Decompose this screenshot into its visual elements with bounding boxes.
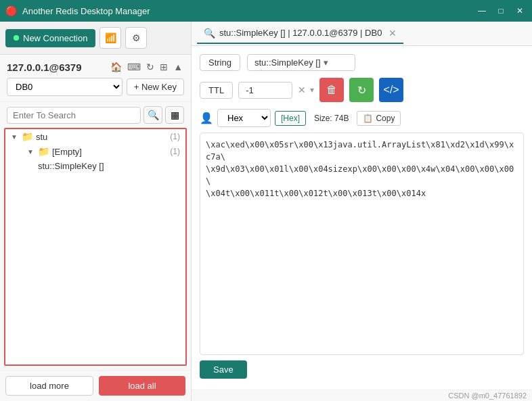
server-name: 127.0.0.1@6379 (7, 62, 82, 73)
app-icon: 🔴 (5, 5, 17, 16)
ttl-actions: ✕ ▾ (298, 85, 314, 95)
tree-label-stu: stu (36, 132, 47, 142)
size-badge: Size: 74B (310, 112, 353, 125)
key-tree: ▼ 📁 stu (1) ▼ 📁 [Empty] (1) (4, 128, 187, 366)
reload-icon-button[interactable]: ↻ (145, 60, 156, 74)
load-all-button[interactable]: load all (99, 376, 185, 396)
maximize-button[interactable]: □ (494, 4, 508, 18)
tab-simplekey[interactable]: 🔍 stu::SimpleKey [] | 127.0.0.1@6379 | D… (197, 24, 403, 44)
tab-bar: 🔍 stu::SimpleKey [] | 127.0.0.1@6379 | D… (192, 22, 532, 46)
settings-icon-button[interactable]: ⚙ (125, 27, 147, 49)
new-connection-label: New Connection (23, 33, 87, 43)
person-icon: 👤 (200, 112, 213, 124)
minimize-button[interactable]: — (475, 4, 489, 18)
grid-icon-button[interactable]: ⊞ (158, 60, 169, 74)
server-actions: 🏠 ⌨ ↻ ⊞ ▲ (109, 60, 184, 74)
value-textarea[interactable]: \xac\xed\x00\x05sr\x00\x13java.util.Arra… (200, 133, 524, 355)
save-row: Save (200, 355, 524, 381)
tab-label: stu::SimpleKey [] | 127.0.0.1@6379 | DB0 (219, 28, 382, 38)
load-more-button[interactable]: load more (5, 376, 93, 396)
refresh-icon-button[interactable]: 📶 (99, 27, 121, 49)
hex-row: 👤 Hex Binary JSON [Hex] Size: 74B 📋 Copy (200, 109, 524, 127)
server-header: 127.0.0.1@6379 🏠 ⌨ ↻ ⊞ ▲ (7, 60, 184, 74)
key-dropdown-arrow: ▾ (324, 57, 328, 68)
search-row: 🔍 ▦ (0, 102, 191, 128)
tab-close-button[interactable]: ✕ (389, 28, 397, 39)
folder-icon-stu: 📁 (22, 131, 33, 142)
search-icon: 🔍 (148, 110, 159, 120)
copy-button[interactable]: 📋 Copy (357, 111, 401, 126)
refresh-icon: ↻ (357, 84, 366, 97)
key-name-box: stu::SimpleKey [] ▾ (247, 54, 355, 71)
format-select[interactable]: Hex Binary JSON (217, 109, 271, 127)
close-button[interactable]: ✕ (513, 4, 527, 18)
copy-icon: 📋 (363, 114, 373, 123)
server-section: 127.0.0.1@6379 🏠 ⌨ ↻ ⊞ ▲ DB0 DB1 DB2 + N… (0, 55, 191, 102)
key-name-label: stu::SimpleKey [] (38, 161, 104, 171)
folder-icon-empty: 📁 (38, 146, 49, 157)
db-select[interactable]: DB0 DB1 DB2 (7, 78, 123, 96)
hex-badge[interactable]: [Hex] (275, 111, 306, 126)
main-content: 🔍 stu::SimpleKey [] | 127.0.0.1@6379 | D… (192, 22, 532, 401)
load-row: load more load all (0, 370, 191, 401)
ttl-label: TTL (200, 82, 233, 99)
titlebar: 🔴 Another Redis Desktop Manager — □ ✕ (0, 0, 532, 22)
type-label: String (200, 54, 240, 71)
connection-dot (14, 35, 19, 41)
tree-leaf-simplekey[interactable]: stu::SimpleKey [] (5, 159, 185, 173)
terminal-icon-button[interactable]: ⌨ (126, 60, 142, 74)
ttl-row: TTL -1 ✕ ▾ 🗑 ↻ </> (200, 78, 524, 102)
search-button[interactable]: 🔍 (143, 106, 162, 124)
expand-arrow-stu: ▼ (11, 133, 18, 141)
tree-count-empty: (1) (170, 147, 180, 156)
search-input[interactable] (7, 107, 141, 124)
delete-button[interactable]: 🗑 (319, 78, 344, 102)
expand-arrow-empty: ▼ (27, 148, 34, 156)
filter-button[interactable]: ▦ (165, 106, 184, 124)
new-key-button[interactable]: + New Key (127, 78, 184, 95)
wifi-icon: 📶 (105, 32, 116, 43)
refresh-button[interactable]: ↻ (349, 78, 374, 102)
tab-icon: 🔍 (204, 28, 215, 39)
filter-icon: ▦ (171, 110, 179, 120)
app-body: New Connection 📶 ⚙ 127.0.0.1@6379 🏠 ⌨ ↻ … (0, 22, 532, 401)
tree-item-stu[interactable]: ▼ 📁 stu (1) (5, 129, 185, 144)
ttl-clear-icon[interactable]: ✕ (298, 85, 306, 95)
sidebar-toolbar: New Connection 📶 ⚙ (0, 22, 191, 55)
db-row: DB0 DB1 DB2 + New Key (7, 78, 184, 96)
key-name-value: stu::SimpleKey [] (254, 57, 321, 68)
home-icon-button[interactable]: 🏠 (109, 60, 123, 74)
ttl-value: -1 (238, 82, 292, 99)
collapse-icon-button[interactable]: ▲ (172, 60, 184, 74)
settings-icon: ⚙ (132, 32, 141, 43)
ttl-down-icon[interactable]: ▾ (310, 85, 314, 95)
trash-icon: 🗑 (326, 84, 337, 96)
tree-label-empty: [Empty] (52, 147, 82, 157)
code-button[interactable]: </> (379, 78, 403, 102)
titlebar-controls: — □ ✕ (475, 4, 527, 18)
copy-label: Copy (376, 114, 395, 123)
key-type-row: String stu::SimpleKey [] ▾ (200, 54, 524, 71)
code-icon: </> (384, 84, 399, 96)
save-button[interactable]: Save (200, 360, 247, 379)
app-title: Another Redis Desktop Manager (22, 6, 470, 16)
new-connection-button[interactable]: New Connection (5, 29, 95, 47)
tree-item-empty[interactable]: ▼ 📁 [Empty] (1) (5, 144, 185, 159)
watermark: CSDN @m0_47761892 (192, 390, 532, 401)
tree-count-stu: (1) (170, 132, 180, 141)
sidebar: New Connection 📶 ⚙ 127.0.0.1@6379 🏠 ⌨ ↻ … (0, 22, 192, 401)
key-viewer: String stu::SimpleKey [] ▾ TTL -1 ✕ ▾ 🗑 (192, 46, 532, 390)
